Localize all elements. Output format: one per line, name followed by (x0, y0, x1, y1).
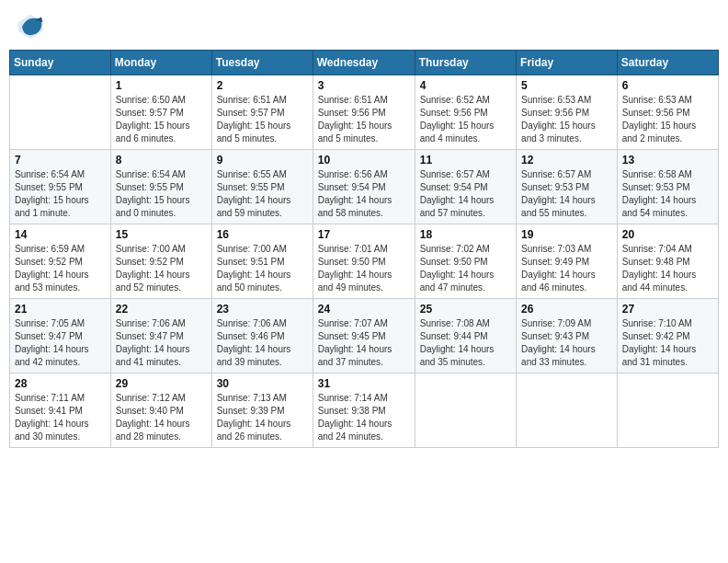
day-info: Sunrise: 6:54 AM Sunset: 9:55 PM Dayligh… (15, 168, 106, 220)
day-info: Sunrise: 7:01 AM Sunset: 9:50 PM Dayligh… (318, 243, 410, 294)
day-number: 7 (15, 154, 106, 167)
day-info: Sunrise: 6:59 AM Sunset: 9:52 PM Dayligh… (15, 243, 106, 294)
day-info: Sunrise: 6:54 AM Sunset: 9:55 PM Dayligh… (116, 168, 207, 220)
day-info: Sunrise: 6:50 AM Sunset: 9:57 PM Dayligh… (116, 94, 207, 145)
calendar-cell: 7Sunrise: 6:54 AM Sunset: 9:55 PM Daylig… (10, 150, 111, 224)
calendar-cell: 8Sunrise: 6:54 AM Sunset: 9:55 PM Daylig… (110, 150, 211, 224)
day-info: Sunrise: 7:02 AM Sunset: 9:50 PM Dayligh… (420, 243, 511, 294)
weekday-header: Friday (517, 51, 618, 75)
day-number: 6 (622, 79, 713, 92)
day-info: Sunrise: 6:51 AM Sunset: 9:56 PM Dayligh… (318, 94, 410, 145)
calendar-cell: 24Sunrise: 7:07 AM Sunset: 9:45 PM Dayli… (313, 299, 415, 373)
day-info: Sunrise: 6:57 AM Sunset: 9:53 PM Dayligh… (521, 168, 612, 220)
calendar-cell: 23Sunrise: 7:06 AM Sunset: 9:46 PM Dayli… (211, 299, 313, 373)
calendar-cell (415, 373, 516, 448)
page-header (9, 9, 719, 44)
day-number: 30 (217, 377, 308, 390)
calendar-cell: 30Sunrise: 7:13 AM Sunset: 9:39 PM Dayli… (211, 373, 313, 448)
day-info: Sunrise: 7:11 AM Sunset: 9:41 PM Dayligh… (15, 392, 106, 443)
calendar-cell: 21Sunrise: 7:05 AM Sunset: 9:47 PM Dayli… (10, 299, 111, 373)
day-number: 12 (521, 154, 612, 167)
logo-icon (17, 13, 44, 40)
calendar-cell: 9Sunrise: 6:55 AM Sunset: 9:55 PM Daylig… (211, 150, 313, 224)
calendar-body: 1Sunrise: 6:50 AM Sunset: 9:57 PM Daylig… (10, 75, 719, 448)
day-number: 28 (15, 377, 106, 390)
day-number: 22 (116, 303, 207, 316)
day-number: 15 (116, 228, 207, 241)
calendar-cell: 1Sunrise: 6:50 AM Sunset: 9:57 PM Daylig… (110, 75, 211, 150)
calendar-cell (517, 373, 618, 448)
calendar-cell: 3Sunrise: 6:51 AM Sunset: 9:56 PM Daylig… (313, 75, 415, 150)
day-number: 20 (622, 228, 713, 241)
day-number: 31 (318, 377, 410, 390)
day-number: 5 (521, 79, 612, 92)
day-number: 9 (217, 154, 308, 167)
day-info: Sunrise: 7:05 AM Sunset: 9:47 PM Dayligh… (15, 317, 106, 369)
calendar-cell: 12Sunrise: 6:57 AM Sunset: 9:53 PM Dayli… (517, 150, 618, 224)
calendar-cell: 26Sunrise: 7:09 AM Sunset: 9:43 PM Dayli… (517, 299, 618, 373)
day-info: Sunrise: 7:09 AM Sunset: 9:43 PM Dayligh… (521, 317, 612, 369)
calendar-cell: 14Sunrise: 6:59 AM Sunset: 9:52 PM Dayli… (10, 224, 111, 299)
day-info: Sunrise: 7:06 AM Sunset: 9:47 PM Dayligh… (116, 317, 207, 369)
day-info: Sunrise: 7:14 AM Sunset: 9:38 PM Dayligh… (318, 392, 410, 443)
calendar-header: SundayMondayTuesdayWednesdayThursdayFrid… (10, 51, 719, 75)
day-number: 16 (217, 228, 308, 241)
weekday-header: Thursday (415, 51, 516, 75)
weekday-header: Saturday (617, 51, 718, 75)
calendar-cell: 6Sunrise: 6:53 AM Sunset: 9:56 PM Daylig… (617, 75, 718, 150)
calendar-cell (10, 75, 111, 150)
day-number: 25 (420, 303, 511, 316)
day-number: 27 (622, 303, 713, 316)
day-number: 23 (217, 303, 308, 316)
day-info: Sunrise: 6:51 AM Sunset: 9:57 PM Dayligh… (217, 94, 308, 145)
calendar-cell: 5Sunrise: 6:53 AM Sunset: 9:56 PM Daylig… (517, 75, 618, 150)
calendar-cell: 13Sunrise: 6:58 AM Sunset: 9:53 PM Dayli… (617, 150, 718, 224)
day-info: Sunrise: 6:53 AM Sunset: 9:56 PM Dayligh… (622, 94, 713, 145)
day-number: 1 (116, 79, 207, 92)
day-info: Sunrise: 7:12 AM Sunset: 9:40 PM Dayligh… (116, 392, 207, 443)
day-number: 13 (622, 154, 713, 167)
weekday-header: Monday (110, 51, 211, 75)
day-number: 17 (318, 228, 410, 241)
day-info: Sunrise: 7:08 AM Sunset: 9:44 PM Dayligh… (420, 317, 511, 369)
weekday-header: Wednesday (313, 51, 415, 75)
weekday-header: Sunday (10, 51, 111, 75)
day-info: Sunrise: 6:58 AM Sunset: 9:53 PM Dayligh… (622, 168, 713, 220)
calendar-cell: 2Sunrise: 6:51 AM Sunset: 9:57 PM Daylig… (211, 75, 313, 150)
calendar-cell: 20Sunrise: 7:04 AM Sunset: 9:48 PM Dayli… (617, 224, 718, 299)
day-info: Sunrise: 7:07 AM Sunset: 9:45 PM Dayligh… (318, 317, 410, 369)
day-info: Sunrise: 7:00 AM Sunset: 9:52 PM Dayligh… (116, 243, 207, 294)
calendar-cell (617, 373, 718, 448)
logo (17, 13, 46, 40)
day-number: 21 (15, 303, 106, 316)
day-number: 19 (521, 228, 612, 241)
day-number: 29 (116, 377, 207, 390)
day-info: Sunrise: 7:04 AM Sunset: 9:48 PM Dayligh… (622, 243, 713, 294)
day-number: 10 (318, 154, 410, 167)
day-number: 4 (420, 79, 511, 92)
day-info: Sunrise: 6:53 AM Sunset: 9:56 PM Dayligh… (521, 94, 612, 145)
calendar-cell: 19Sunrise: 7:03 AM Sunset: 9:49 PM Dayli… (517, 224, 618, 299)
day-number: 3 (318, 79, 410, 92)
day-number: 2 (217, 79, 308, 92)
calendar-cell: 31Sunrise: 7:14 AM Sunset: 9:38 PM Dayli… (313, 373, 415, 448)
day-info: Sunrise: 7:13 AM Sunset: 9:39 PM Dayligh… (217, 392, 308, 443)
calendar-cell: 29Sunrise: 7:12 AM Sunset: 9:40 PM Dayli… (110, 373, 211, 448)
calendar-cell: 25Sunrise: 7:08 AM Sunset: 9:44 PM Dayli… (415, 299, 516, 373)
calendar-cell: 18Sunrise: 7:02 AM Sunset: 9:50 PM Dayli… (415, 224, 516, 299)
weekday-header: Tuesday (211, 51, 313, 75)
day-number: 26 (521, 303, 612, 316)
day-number: 14 (15, 228, 106, 241)
day-info: Sunrise: 7:00 AM Sunset: 9:51 PM Dayligh… (217, 243, 308, 294)
day-info: Sunrise: 6:56 AM Sunset: 9:54 PM Dayligh… (318, 168, 410, 220)
day-info: Sunrise: 7:03 AM Sunset: 9:49 PM Dayligh… (521, 243, 612, 294)
day-info: Sunrise: 6:57 AM Sunset: 9:54 PM Dayligh… (420, 168, 511, 220)
calendar-cell: 17Sunrise: 7:01 AM Sunset: 9:50 PM Dayli… (313, 224, 415, 299)
calendar-cell: 10Sunrise: 6:56 AM Sunset: 9:54 PM Dayli… (313, 150, 415, 224)
day-number: 8 (116, 154, 207, 167)
calendar-cell: 11Sunrise: 6:57 AM Sunset: 9:54 PM Dayli… (415, 150, 516, 224)
day-info: Sunrise: 6:52 AM Sunset: 9:56 PM Dayligh… (420, 94, 511, 145)
day-number: 18 (420, 228, 511, 241)
day-info: Sunrise: 7:06 AM Sunset: 9:46 PM Dayligh… (217, 317, 308, 369)
day-number: 24 (318, 303, 410, 316)
